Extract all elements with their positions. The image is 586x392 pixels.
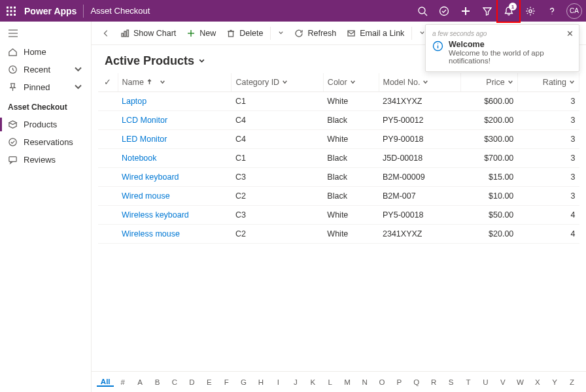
- svg-point-11: [439, 7, 448, 15]
- alpha-Q[interactable]: Q: [408, 378, 425, 386]
- alpha-V[interactable]: V: [494, 378, 511, 386]
- svg-point-35: [438, 43, 438, 44]
- table-row[interactable]: LED Monitor C4 White PY9-00018 $300.00 3: [98, 129, 579, 148]
- user-avatar[interactable]: CA: [566, 3, 582, 19]
- cell-name[interactable]: Wireless mouse: [118, 224, 232, 243]
- svg-line-10: [424, 13, 427, 16]
- alpha-U[interactable]: U: [477, 378, 494, 386]
- nav-products[interactable]: Products: [0, 116, 91, 133]
- table-row[interactable]: Wired mouse C2 Black B2M-007 $10.00 3: [98, 186, 579, 205]
- table-row[interactable]: Wireless mouse C2 White 2341XYXZ $20.00 …: [98, 224, 579, 243]
- alpha-J[interactable]: J: [287, 378, 304, 386]
- table-row[interactable]: Wireless keyboard C3 White PY5-00018 $50…: [98, 205, 579, 224]
- refresh-button[interactable]: Refresh: [289, 22, 341, 45]
- cell-name[interactable]: LED Monitor: [118, 129, 232, 148]
- help-icon[interactable]: [541, 0, 562, 22]
- svg-rect-24: [124, 31, 126, 37]
- notifications-icon[interactable]: 1: [498, 0, 519, 22]
- show-chart-button[interactable]: Show Chart: [115, 22, 181, 45]
- cell-rating: 3: [517, 167, 579, 186]
- alpha-N[interactable]: N: [356, 378, 373, 386]
- cell-name[interactable]: Wired mouse: [118, 186, 232, 205]
- alpha-M[interactable]: M: [339, 378, 356, 386]
- cell-rating: 4: [517, 224, 579, 243]
- table-row[interactable]: Laptop C1 White 2341XYXZ $600.00 3: [98, 91, 579, 110]
- chevron-down-icon: [198, 57, 205, 65]
- alpha-L[interactable]: L: [321, 378, 338, 386]
- nav-home[interactable]: Home: [0, 43, 91, 61]
- delete-split[interactable]: [273, 22, 289, 45]
- alpha-W[interactable]: W: [511, 378, 528, 386]
- back-button[interactable]: [97, 22, 115, 45]
- alpha-G[interactable]: G: [235, 378, 252, 386]
- alpha-R[interactable]: R: [425, 378, 442, 386]
- cell-color: Black: [323, 167, 379, 186]
- main-area: Show Chart New Delete Refresh Email a Li…: [92, 22, 586, 392]
- new-button[interactable]: New: [181, 22, 221, 45]
- settings-icon[interactable]: [519, 0, 541, 22]
- delete-button[interactable]: Delete: [221, 22, 268, 45]
- col-rating[interactable]: Rating: [517, 73, 579, 91]
- col-model[interactable]: Model No.: [379, 73, 461, 91]
- email-link-button[interactable]: Email a Link: [341, 22, 409, 45]
- col-name[interactable]: Name: [118, 73, 232, 91]
- cell-name[interactable]: Wireless keyboard: [118, 205, 232, 224]
- chevron-down-icon[interactable]: [73, 65, 83, 74]
- sidebar-toggle[interactable]: [0, 25, 91, 43]
- nav-reservations[interactable]: Reservations: [0, 133, 91, 151]
- alpha-T[interactable]: T: [460, 378, 477, 386]
- app-launcher-icon[interactable]: [0, 0, 22, 22]
- alpha-A[interactable]: A: [131, 378, 148, 386]
- alpha-D[interactable]: D: [183, 378, 200, 386]
- cell-rating: 3: [517, 148, 579, 167]
- alpha-K[interactable]: K: [304, 378, 321, 386]
- cell-model: 2341XYXZ: [379, 91, 461, 110]
- add-icon[interactable]: [455, 0, 476, 22]
- cell-name[interactable]: Wired keyboard: [118, 167, 232, 186]
- alpha-H[interactable]: H: [252, 378, 269, 386]
- alpha-Y[interactable]: Y: [546, 378, 563, 386]
- alpha-S[interactable]: S: [442, 378, 459, 386]
- task-icon[interactable]: [433, 0, 455, 22]
- alpha-P[interactable]: P: [390, 378, 407, 386]
- svg-rect-4: [10, 10, 12, 12]
- search-icon[interactable]: [411, 0, 433, 22]
- nav-reviews[interactable]: Reviews: [0, 151, 91, 169]
- svg-rect-1: [10, 7, 12, 8]
- alpha-F[interactable]: F: [218, 378, 235, 386]
- col-color[interactable]: Color: [323, 73, 379, 91]
- table-row[interactable]: Wired keyboard C3 Black B2M-00009 $15.00…: [98, 167, 579, 186]
- alpha-I[interactable]: I: [269, 378, 286, 386]
- alpha-C[interactable]: C: [166, 378, 183, 386]
- nav-pinned[interactable]: Pinned: [0, 78, 91, 96]
- cell-name[interactable]: Notebook: [118, 148, 232, 167]
- alpha-#[interactable]: #: [114, 378, 131, 386]
- alpha-E[interactable]: E: [201, 378, 218, 386]
- table-row[interactable]: LCD Monitor C4 Black PY5-00012 $200.00 3: [98, 110, 579, 129]
- cell-name[interactable]: LCD Monitor: [118, 110, 232, 129]
- alpha-B[interactable]: B: [148, 378, 165, 386]
- alpha-Z[interactable]: Z: [563, 378, 580, 386]
- nav-label: Recent: [24, 65, 50, 74]
- svg-rect-22: [9, 157, 16, 162]
- app-name: Power Apps: [22, 6, 83, 16]
- filter-icon[interactable]: [476, 0, 498, 22]
- cell-price: $15.00: [461, 167, 518, 186]
- table-row[interactable]: Notebook C1 Black J5D-00018 $700.00 3: [98, 148, 579, 167]
- alpha-All[interactable]: All: [97, 378, 114, 387]
- cell-name[interactable]: Laptop: [118, 91, 232, 110]
- cell-category: C1: [232, 91, 323, 110]
- svg-rect-0: [7, 7, 9, 8]
- close-icon[interactable]: ✕: [566, 29, 574, 39]
- col-category[interactable]: Category ID: [232, 73, 323, 91]
- alpha-O[interactable]: O: [373, 378, 390, 386]
- col-price[interactable]: Price: [461, 73, 518, 91]
- chevron-down-icon[interactable]: [73, 82, 83, 92]
- cell-price: $300.00: [461, 129, 518, 148]
- select-all[interactable]: ✓: [98, 73, 118, 91]
- alpha-X[interactable]: X: [529, 378, 546, 386]
- cell-color: Black: [323, 148, 379, 167]
- view-title: Active Products: [105, 54, 194, 68]
- nav-recent[interactable]: Recent: [0, 61, 91, 78]
- cmd-label: New: [199, 29, 216, 38]
